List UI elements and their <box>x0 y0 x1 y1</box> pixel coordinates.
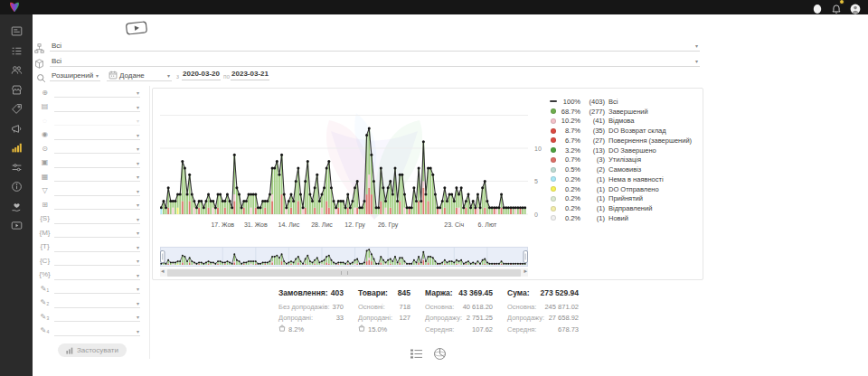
scroll-left-icon[interactable]: ◂ <box>161 268 165 275</box>
legend-item-1[interactable]: 68.7%(277)Завершений <box>549 107 701 117</box>
video-icon <box>11 219 23 230</box>
sidebar-item-dashboard[interactable] <box>0 21 33 41</box>
avatar-icon[interactable] <box>850 2 861 13</box>
legend-label: Всі <box>609 98 618 106</box>
filter-row-utm-campaign: {%}▾ <box>33 268 149 283</box>
legend-label: Прийнятий <box>609 194 643 202</box>
products-select[interactable]: Всі ▾ <box>50 55 700 67</box>
filter-select-utm-content[interactable]: ▾ <box>54 256 140 266</box>
app-logo-icon[interactable] <box>8 1 21 14</box>
filter-row-funnel: ▽▾ <box>33 184 149 199</box>
chart-navigator[interactable] <box>160 247 528 267</box>
search-mode-select[interactable]: Розширений ▾ <box>50 70 100 81</box>
filter-select-payments[interactable]: ▾ <box>54 144 140 154</box>
date-field-select[interactable]: Додане ▾ <box>107 70 172 81</box>
chart-scrollbar[interactable]: ◂ ▸ <box>160 268 528 277</box>
filter-select-utm-campaign[interactable]: ▾ <box>54 270 140 280</box>
svg-text:14. Лис: 14. Лис <box>278 221 300 228</box>
stat-column-sum: Сума:273 529.94Основна:245 871.02Допрода… <box>507 288 579 335</box>
filter-row-utm-source: {S}▾ <box>33 212 149 227</box>
apply-button[interactable]: Застосувати <box>58 343 127 357</box>
sidebar-item-statistics[interactable] <box>0 137 33 157</box>
legend-count: (1) <box>580 194 605 202</box>
sidebar-item-video[interactable] <box>0 215 33 235</box>
stat-subrow: Допродажу:27 658.92 <box>507 313 579 324</box>
chart-legend: 100%(403)Всі68.7%(277)Завершений10.2%(41… <box>549 97 701 223</box>
filter-select-custom-field-2[interactable]: ▾ <box>54 298 140 308</box>
sidebar-item-partners[interactable] <box>0 196 33 216</box>
legend-item-5[interactable]: 3.2%(13)DO Завершено <box>549 146 701 155</box>
legend-item-7[interactable]: 0.5%(2)Самовивіз <box>549 164 701 174</box>
svg-text:17. Жов: 17. Жов <box>211 221 234 228</box>
scroll-right-icon[interactable]: ▸ <box>524 268 527 275</box>
legend-item-4[interactable]: 6.7%(27)Повернення (завершений) <box>549 136 701 146</box>
coin-icon: ⊙ <box>39 146 51 153</box>
filter-select-custom-field-1[interactable]: ▾ <box>54 284 140 294</box>
sidebar-item-info[interactable] <box>0 176 33 196</box>
legend-item-0[interactable]: 100%(403)Всі <box>549 97 701 107</box>
legend-dot-marker <box>549 147 558 153</box>
scrollbar-thumb[interactable] <box>167 269 521 277</box>
legend-item-11[interactable]: 0.2%(1)Відправлений <box>549 203 701 213</box>
chevron-down-icon: ▾ <box>137 133 140 139</box>
legend-item-2[interactable]: 10.2%(41)Відмова <box>549 117 701 127</box>
filter-select-products[interactable]: ▾ <box>54 158 140 168</box>
sidebar-item-tags[interactable] <box>0 99 33 118</box>
date-to-input[interactable]: 2023-03-21 <box>231 70 269 80</box>
sidebar-item-customers[interactable] <box>0 60 33 80</box>
sidebar-item-marketing[interactable] <box>0 118 33 138</box>
filter-select-utm-term[interactable]: ▾ <box>54 242 140 252</box>
filter-select-sites[interactable]: ▾ <box>54 200 140 210</box>
summary-list-icon[interactable] <box>410 347 423 361</box>
legend-percent: 10.2% <box>558 117 580 125</box>
hierarchy-icon <box>34 41 44 51</box>
chevron-down-icon: ▾ <box>137 301 140 307</box>
filter-select-custom-field-4[interactable]: ▾ <box>54 326 140 336</box>
utm-content-icon: {C} <box>39 258 51 265</box>
legend-item-10[interactable]: 0.2%(1)Прийнятий <box>549 194 701 204</box>
filter-select-status-group[interactable]: ▾ <box>54 88 140 98</box>
stat-sublabel: Середня: <box>507 325 536 334</box>
filter-row-sites: ⊞▾ <box>33 198 149 212</box>
globe-icon: ⊕ <box>39 89 51 97</box>
date-from-input[interactable]: 2020-03-20 <box>182 70 221 80</box>
legend-dot-marker <box>549 157 558 163</box>
filter-select-help[interactable]: ▾ <box>54 116 140 126</box>
stat-column-margin: Маржа:43 369.45Основна:40 618.20Допродаж… <box>425 288 493 335</box>
status-tree-select[interactable]: Всі ▾ <box>50 40 700 52</box>
legend-item-9[interactable]: 0.2%(1)DO Отправлено <box>549 184 701 194</box>
legend-count: (1) <box>580 214 605 222</box>
filter-select-managers[interactable]: ▾ <box>54 130 140 140</box>
legend-item-12[interactable]: 0.2%(1)Новий <box>549 213 701 223</box>
filter-select-statuses[interactable]: ▾ <box>54 102 140 112</box>
stat-subrow: Середня:107.62 <box>425 324 493 335</box>
sidebar-item-orders[interactable] <box>0 41 33 61</box>
legend-item-6[interactable]: 0.7%(3)Утилізація <box>549 155 701 165</box>
sidebar-item-settings[interactable] <box>0 157 33 177</box>
search-icon[interactable] <box>36 70 46 80</box>
legend-percent: 68.7% <box>558 108 580 116</box>
filter-row-managers: ◉▾ <box>33 128 149 143</box>
pie-chart-icon[interactable] <box>433 347 447 361</box>
stat-subrow: Допродажу:2 751.25 <box>425 313 493 324</box>
filter-select-custom-field-3[interactable]: ▾ <box>54 312 140 322</box>
filter-select-sources[interactable]: ▾ <box>54 172 140 182</box>
svg-text:6. Лют: 6. Лют <box>478 221 497 228</box>
stat-sublabel: Без допродажів: <box>278 303 330 311</box>
legend-percent: 6.7% <box>558 136 580 145</box>
video-help-icon[interactable] <box>125 21 147 36</box>
stat-sublabel: Середня: <box>425 325 454 334</box>
stat-subvalue: 718 <box>399 303 410 311</box>
notification-badge <box>839 0 844 5</box>
legend-line-marker <box>549 100 558 102</box>
filter-select-funnel[interactable]: ▾ <box>54 186 140 196</box>
sidebar <box>0 14 33 376</box>
legend-item-8[interactable]: 0.2%(1)Нема в наявності <box>549 174 701 184</box>
chat-icon[interactable] <box>812 2 823 13</box>
sidebar-item-store[interactable] <box>0 80 33 99</box>
stat-sublabel: Допродажу: <box>425 314 462 322</box>
filter-select-utm-source[interactable]: ▾ <box>54 214 140 224</box>
legend-item-3[interactable]: 8.7%(35)DO Возврат склад <box>549 126 701 136</box>
notifications-bell-icon[interactable] <box>831 2 842 13</box>
filter-select-utm-medium[interactable]: ▾ <box>54 228 140 238</box>
